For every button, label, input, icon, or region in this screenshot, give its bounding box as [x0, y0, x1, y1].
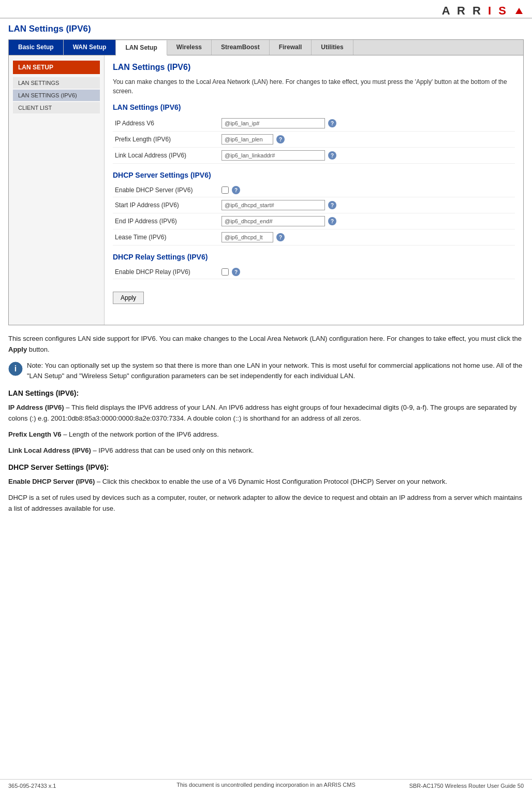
sidebar-item-lan-settings-ipv6[interactable]: LAN SETTINGS (IPV6): [13, 90, 100, 101]
start-ip-label: Start IP Address (IPV6): [113, 201, 221, 209]
lease-time-input[interactable]: [221, 232, 273, 242]
end-ip-label: End IP Address (IPV6): [113, 218, 221, 225]
dhcp-heading: DHCP Server Settings (IPV6):: [8, 463, 524, 471]
inner-layout: LAN SETUP LAN SETTINGS LAN SETTINGS (IPV…: [9, 55, 523, 325]
dhcp-relay-section-title: DHCP Relay Settings (IPV6): [113, 253, 515, 261]
prefix-label: Prefix Length V6: [8, 430, 62, 438]
dhcp-enable-label: Enable DHCP Server (IPV6): [8, 478, 95, 485]
tab-streamboost[interactable]: StreamBoost: [212, 40, 270, 55]
link-local-input[interactable]: [221, 150, 325, 161]
end-ip-field: ?: [221, 216, 336, 226]
ip-address-v6-label: IP Address V6: [113, 120, 221, 127]
tab-wireless[interactable]: Wireless: [167, 40, 212, 55]
enable-dhcp-server-help-icon[interactable]: ?: [232, 186, 240, 194]
enable-dhcp-server-checkbox[interactable]: [221, 186, 229, 194]
main-section-title: LAN Settings (IPV6): [113, 63, 515, 72]
lan-section-title: LAN Settings (IPV6): [113, 103, 515, 111]
dhcp-general-desc: DHCP is a set of rules used by devices s…: [8, 493, 524, 514]
tab-firewall[interactable]: Firewall: [270, 40, 312, 55]
note-row: i Note: You can optionally set up the sy…: [8, 361, 524, 382]
end-ip-help-icon[interactable]: ?: [328, 217, 336, 225]
svg-text:i: i: [14, 364, 17, 373]
ip-address-v6-help-icon[interactable]: ?: [328, 119, 336, 127]
start-ip-help-icon[interactable]: ?: [328, 201, 336, 209]
intro-bold: Apply: [8, 345, 27, 353]
sidebar-section-lan-setup[interactable]: LAN SETUP: [13, 61, 100, 74]
tab-utilities[interactable]: Utilities: [312, 40, 353, 55]
prefix-length-row: Prefix Length (IPV6) ?: [113, 132, 515, 148]
sidebar-item-client-list[interactable]: CLIENT LIST: [13, 102, 100, 113]
end-ip-input[interactable]: [221, 216, 325, 226]
logo-bar: A R R I S: [0, 0, 532, 19]
main-content: LAN Settings (IPV6) You can make changes…: [105, 55, 523, 325]
note-text: Note: You can optionally set up the syst…: [27, 361, 524, 382]
ui-panel: Basic Setup WAN Setup LAN Setup Wireless…: [8, 39, 524, 325]
dhcp-server-section-title: DHCP Server Settings (IPV6): [113, 171, 515, 179]
enable-dhcp-relay-checkbox[interactable]: [221, 268, 229, 276]
enable-dhcp-relay-label: Enable DHCP Relay (IPV6): [113, 268, 221, 276]
sidebar: LAN SETUP LAN SETTINGS LAN SETTINGS (IPV…: [9, 55, 105, 325]
link-local-label-body: Link Local Address (IPV6): [8, 447, 91, 454]
link-local-row: Link Local Address (IPV6) ?: [113, 148, 515, 164]
intro-text: This screen configures LAN side support …: [8, 335, 522, 342]
dhcp-desc-section: Enable DHCP Server (IPV6) – Click this c…: [8, 477, 524, 514]
intro-end: button.: [29, 345, 50, 353]
svg-marker-0: [515, 8, 523, 14]
note-content: You can optionally set up the system so …: [27, 362, 522, 380]
nav-tabs: Basic Setup WAN Setup LAN Setup Wireless…: [9, 40, 523, 55]
enable-dhcp-server-field: ?: [221, 186, 240, 194]
prefix-length-field: ?: [221, 134, 285, 145]
ip-address-label: IP Address (IPV6): [8, 404, 64, 411]
page-title: LAN Settings (IPV6): [8, 24, 524, 34]
dhcp-enable-text: – Click this checkbox to enable the use …: [95, 478, 447, 485]
tab-basic-setup[interactable]: Basic Setup: [9, 40, 64, 55]
lease-time-field: ?: [221, 232, 285, 242]
note-bold-label: Note:: [27, 362, 43, 369]
sidebar-item-lan-settings[interactable]: LAN SETTINGS: [13, 77, 100, 89]
apply-button[interactable]: Apply: [113, 292, 144, 304]
link-local-help-icon[interactable]: ?: [328, 151, 336, 160]
link-local-label: Link Local Address (IPV6): [113, 152, 221, 159]
lan-heading: LAN Settings (IPV6):: [8, 389, 524, 397]
link-local-text: – IPV6 address that can be used only on …: [91, 447, 254, 454]
enable-dhcp-relay-field: ?: [221, 268, 240, 276]
prefix-length-input[interactable]: [221, 134, 273, 145]
prefix-text: – Length of the network portion of the I…: [62, 430, 219, 438]
footer-center: This document is uncontrolled pending in…: [0, 782, 532, 788]
start-ip-row: Start IP Address (IPV6) ?: [113, 197, 515, 213]
prefix-length-label: Prefix Length (IPV6): [113, 136, 221, 143]
lease-time-help-icon[interactable]: ?: [276, 233, 285, 241]
tab-wan-setup[interactable]: WAN Setup: [64, 40, 116, 55]
enable-dhcp-relay-row: Enable DHCP Relay (IPV6) ?: [113, 265, 515, 279]
lease-time-label: Lease Time (IPV6): [113, 234, 221, 241]
note-icon: i: [8, 362, 23, 376]
start-ip-field: ?: [221, 200, 336, 210]
enable-dhcp-server-label: Enable DHCP Server (IPV6): [113, 186, 221, 194]
main-description: You can make changes to the Local Area N…: [113, 77, 515, 96]
end-ip-row: End IP Address (IPV6) ?: [113, 213, 515, 229]
enable-dhcp-relay-help-icon[interactable]: ?: [232, 268, 240, 276]
start-ip-input[interactable]: [221, 200, 325, 210]
tab-lan-setup[interactable]: LAN Setup: [116, 40, 167, 55]
ip-address-v6-row: IP Address V6 ?: [113, 116, 515, 132]
body-intro: This screen configures LAN side support …: [8, 334, 524, 355]
ip-address-text: – This field displays the IPV6 address o…: [8, 404, 516, 422]
lease-time-row: Lease Time (IPV6) ?: [113, 229, 515, 246]
ip-address-v6-field: ?: [221, 118, 336, 128]
ip-address-desc: IP Address (IPV6) – This field displays …: [8, 402, 524, 456]
arris-logo: A R R I S: [442, 4, 524, 18]
ip-address-v6-input[interactable]: [221, 118, 325, 128]
prefix-length-help-icon[interactable]: ?: [276, 135, 285, 143]
enable-dhcp-server-row: Enable DHCP Server (IPV6) ?: [113, 183, 515, 197]
link-local-field: ?: [221, 150, 336, 161]
